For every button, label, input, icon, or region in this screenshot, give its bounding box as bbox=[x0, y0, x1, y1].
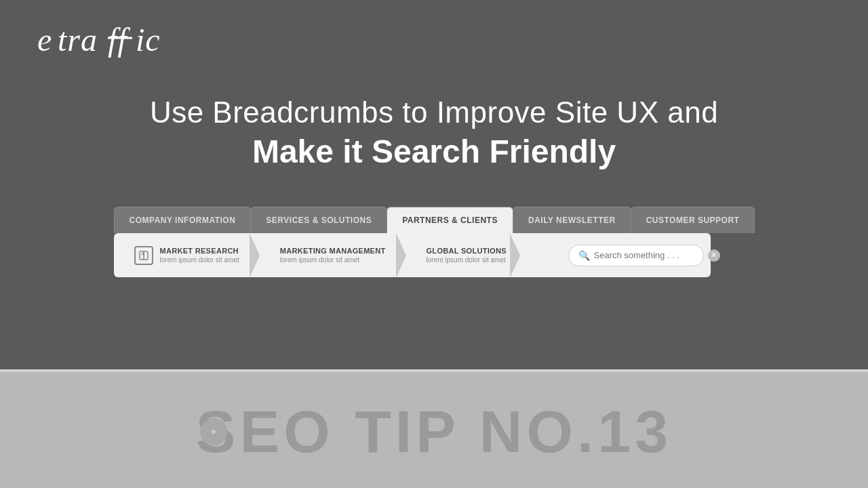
bottom-section: SEO TIP NO.13 bbox=[0, 372, 868, 488]
subnav-subtitle-market-research: lorem ipsum dolor sit amet bbox=[160, 256, 239, 264]
subnav-title-marketing-management: MARKETING MANAGEMENT bbox=[280, 247, 386, 255]
svg-text:ic: ic bbox=[136, 22, 161, 58]
tab-customer-support[interactable]: CUSTOMER SUPPORT bbox=[631, 207, 755, 233]
logo-svg: e tra ff ic bbox=[34, 20, 190, 58]
tab-company-information[interactable]: COMPANY INFORMATION bbox=[114, 207, 252, 233]
nav-area: COMPANY INFORMATION SERVICES & SOLUTIONS… bbox=[114, 186, 755, 277]
nav-tabs: COMPANY INFORMATION SERVICES & SOLUTIONS… bbox=[114, 207, 755, 233]
search-input[interactable] bbox=[594, 250, 708, 260]
logo: e tra ff ic bbox=[34, 36, 190, 63]
tab-services-solutions[interactable]: SERVICES & SOLUTIONS bbox=[250, 207, 387, 233]
subnav-item-market-research[interactable]: MARKET RESEARCH lorem ipsum dolor sit am… bbox=[121, 241, 260, 270]
logo-area: e tra ff ic bbox=[34, 20, 190, 64]
top-section: e tra ff ic Use Breadcrumbs to Improve S… bbox=[0, 0, 868, 369]
subnav-title-market-research: MARKET RESEARCH bbox=[160, 247, 239, 255]
subnav-bar: MARKET RESEARCH lorem ipsum dolor sit am… bbox=[114, 233, 711, 277]
headline-line2: Make it Search Friendly bbox=[150, 131, 718, 173]
search-clear-button[interactable]: ✕ bbox=[708, 249, 720, 262]
svg-text:e: e bbox=[37, 22, 52, 58]
subnav-item-global-solutions[interactable]: GLOBAL SOLUTIONS lorem ipsum dolor sit a… bbox=[406, 241, 520, 269]
svg-text:ff: ff bbox=[108, 22, 130, 58]
tab-daily-newsletter[interactable]: DAILY NEWSLETTER bbox=[513, 207, 631, 233]
tab-partners-clients[interactable]: PARTNERS & CLIENTS bbox=[387, 207, 513, 233]
seo-tip-text: SEO TIP NO.13 bbox=[196, 397, 672, 466]
svg-text:tra: tra bbox=[58, 22, 98, 58]
subnav-subtitle-global-solutions: lorem ipsum dolor sit amet bbox=[427, 256, 507, 264]
subnav-item-marketing-management[interactable]: MARKETING MANAGEMENT lorem ipsum dolor s… bbox=[260, 241, 406, 269]
search-field[interactable]: 🔍 ✕ bbox=[568, 245, 704, 266]
subnav-subtitle-marketing-management: lorem ipsum dolor sit amet bbox=[280, 256, 386, 264]
headline-line1: Use Breadcrumbs to Improve Site UX and bbox=[150, 95, 718, 131]
subnav-title-global-solutions: GLOBAL SOLUTIONS bbox=[427, 247, 507, 255]
bullet-decoration bbox=[200, 418, 227, 445]
subnav-text-marketing-management: MARKETING MANAGEMENT lorem ipsum dolor s… bbox=[280, 247, 386, 264]
bullet-inner bbox=[212, 430, 216, 434]
subnav-text-global-solutions: GLOBAL SOLUTIONS lorem ipsum dolor sit a… bbox=[427, 247, 507, 264]
subnav-text-market-research: MARKET RESEARCH lorem ipsum dolor sit am… bbox=[160, 247, 239, 264]
search-icon: 🔍 bbox=[578, 250, 590, 261]
market-research-icon bbox=[134, 246, 153, 265]
headline-area: Use Breadcrumbs to Improve Site UX and M… bbox=[150, 95, 718, 173]
